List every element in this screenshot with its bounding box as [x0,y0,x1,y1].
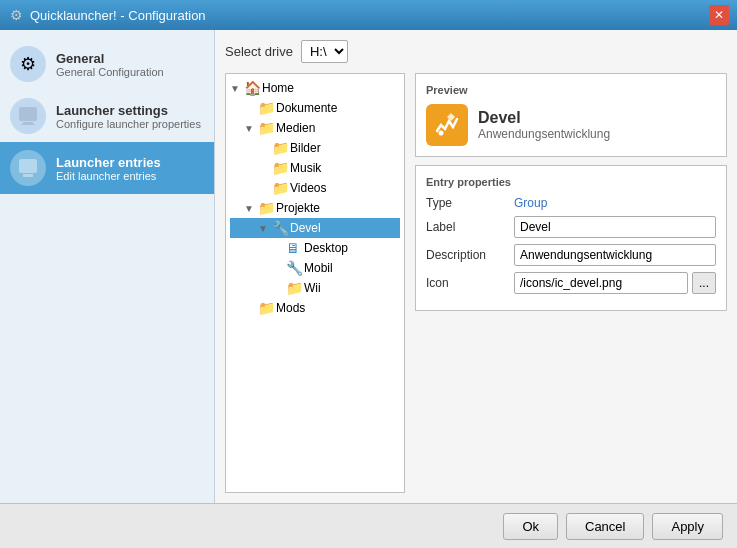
expand-medien: ▼ [244,123,256,134]
launcher-entries-icon [10,150,46,186]
ok-button[interactable]: Ok [503,513,558,540]
label-mobil: Mobil [304,261,333,275]
tree-item-desktop[interactable]: 🖥 Desktop [230,238,400,258]
launcher-settings-icon [10,98,46,134]
tree-panel: ▼ 🏠 Home 📁 Dokumente ▼ 📁 Medien [225,73,405,493]
prop-row-type: Type Group [426,196,716,210]
icon-projekte: 📁 [258,200,274,216]
tree-item-wii[interactable]: 📁 Wii [230,278,400,298]
svg-rect-0 [19,107,37,121]
icon-dokumente: 📁 [258,100,274,116]
sidebar-item-launcher-settings[interactable]: Launcher settings Configure launcher pro… [0,90,214,142]
tree-item-home[interactable]: ▼ 🏠 Home [230,78,400,98]
entry-props-box: Entry properties Type Group Label Descri… [415,165,727,311]
drive-selector: Select drive H:\ [225,40,727,63]
label-label: Label [426,220,506,234]
icon-input[interactable] [514,272,688,294]
title-bar-icon: ⚙ [8,7,24,23]
preview-app-desc: Anwendungsentwicklung [478,127,610,141]
svg-rect-2 [21,124,35,125]
sidebar: ⚙ General General Configuration Launcher… [0,30,215,503]
prop-row-label: Label [426,216,716,238]
title-bar-title: Quicklauncher! - Configuration [30,8,206,23]
prop-row-description: Description [426,244,716,266]
properties-panel: Preview Devel Anwendungsentwicklung [415,73,727,493]
label-home: Home [262,81,294,95]
label-wii: Wii [304,281,321,295]
sidebar-item-launcher-entries-title: Launcher entries [56,155,161,170]
tree-item-mobil[interactable]: 🔧 Mobil [230,258,400,278]
main-area: ⚙ General General Configuration Launcher… [0,30,737,503]
label-videos: Videos [290,181,326,195]
footer: Ok Cancel Apply [0,503,737,548]
icon-devel: 🔧 [272,220,288,236]
sidebar-item-launcher-settings-title: Launcher settings [56,103,201,118]
svg-rect-4 [23,174,33,177]
sidebar-item-launcher-settings-subtitle: Configure launcher properties [56,118,201,130]
label-input[interactable] [514,216,716,238]
entry-props-title: Entry properties [426,176,716,188]
label-musik: Musik [290,161,321,175]
drive-select-input[interactable]: H:\ [301,40,348,63]
label-bilder: Bilder [290,141,321,155]
expand-projekte: ▼ [244,203,256,214]
prop-row-icon: Icon ... [426,272,716,294]
tree-item-musik[interactable]: 📁 Musik [230,158,400,178]
svg-point-5 [439,131,444,136]
cancel-button[interactable]: Cancel [566,513,644,540]
expand-home: ▼ [230,83,242,94]
preview-app-icon [426,104,468,146]
sidebar-item-general-subtitle: General Configuration [56,66,164,78]
tree-item-bilder[interactable]: 📁 Bilder [230,138,400,158]
close-button[interactable]: ✕ [709,5,729,25]
description-input[interactable] [514,244,716,266]
preview-app-name: Devel [478,109,610,127]
preview-title: Preview [426,84,716,96]
preview-box: Preview Devel Anwendungsentwicklung [415,73,727,157]
tree-item-medien[interactable]: ▼ 📁 Medien [230,118,400,138]
browse-button[interactable]: ... [692,272,716,294]
label-devel: Devel [290,221,321,235]
type-label: Type [426,196,506,210]
svg-rect-3 [19,159,37,173]
icon-videos: 📁 [272,180,288,196]
content-area: ▼ 🏠 Home 📁 Dokumente ▼ 📁 Medien [225,73,727,493]
label-projekte: Projekte [276,201,320,215]
preview-content: Devel Anwendungsentwicklung [426,104,716,146]
tree-item-devel[interactable]: ▼ 🔧 Devel [230,218,400,238]
icon-mods: 📁 [258,300,274,316]
tree-item-videos[interactable]: 📁 Videos [230,178,400,198]
tree-item-dokumente[interactable]: 📁 Dokumente [230,98,400,118]
description-label: Description [426,248,506,262]
drive-label: Select drive [225,44,293,59]
icon-input-row: ... [514,272,716,294]
label-mods: Mods [276,301,305,315]
sidebar-item-launcher-entries[interactable]: Launcher entries Edit launcher entries [0,142,214,194]
icon-desktop: 🖥 [286,240,302,256]
label-medien: Medien [276,121,315,135]
sidebar-item-general-title: General [56,51,164,66]
icon-mobil: 🔧 [286,260,302,276]
right-panel: Select drive H:\ ▼ 🏠 Home 📁 [215,30,737,503]
general-icon: ⚙ [10,46,46,82]
icon-bilder: 📁 [272,140,288,156]
icon-medien: 📁 [258,120,274,136]
label-dokumente: Dokumente [276,101,337,115]
expand-devel: ▼ [258,223,270,234]
preview-text-block: Devel Anwendungsentwicklung [478,109,610,141]
tree-item-projekte[interactable]: ▼ 📁 Projekte [230,198,400,218]
sidebar-item-general[interactable]: ⚙ General General Configuration [0,38,214,90]
title-bar-left: ⚙ Quicklauncher! - Configuration [8,7,206,23]
title-bar: ⚙ Quicklauncher! - Configuration ✕ [0,0,737,30]
icon-wii: 📁 [286,280,302,296]
tree-item-mods[interactable]: 📁 Mods [230,298,400,318]
sidebar-item-launcher-entries-subtitle: Edit launcher entries [56,170,161,182]
icon-home: 🏠 [244,80,260,96]
label-desktop: Desktop [304,241,348,255]
icon-label: Icon [426,276,506,290]
type-value[interactable]: Group [514,196,547,210]
apply-button[interactable]: Apply [652,513,723,540]
icon-musik: 📁 [272,160,288,176]
